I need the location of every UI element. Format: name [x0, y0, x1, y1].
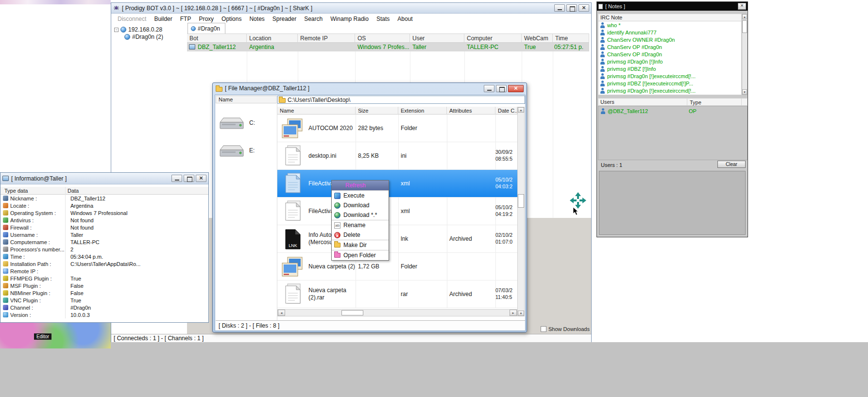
irc-note-item[interactable]: privmsg #Drag0n [!]executeirccmd[!...: [598, 87, 741, 94]
minimize-button[interactable]: [171, 175, 182, 182]
menu-search[interactable]: Search: [300, 15, 326, 23]
minimize-button[interactable]: [484, 85, 494, 92]
scrollbar-thumb[interactable]: [341, 310, 363, 315]
info-row[interactable]: NBMiner Plugin :False: [0, 289, 208, 297]
file-row-selected[interactable]: FileActiva... xml 05/10/2 04:03:2: [277, 170, 517, 198]
info-row[interactable]: Locate :Argentina: [0, 202, 208, 209]
fm-titlebar[interactable]: [ File Manager@DBZ_Taller112 ]: [216, 85, 309, 92]
drive-c[interactable]: C:: [217, 110, 275, 136]
info-row[interactable]: MSF Plugin :False: [0, 282, 208, 289]
info-row[interactable]: Installation Path :C:\Users\Taller\AppDa…: [0, 260, 208, 267]
info-row[interactable]: Computername :TALLER-PC: [0, 238, 208, 246]
menu-item-rename[interactable]: Rename: [332, 220, 389, 230]
scroll-left-button[interactable]: [278, 310, 285, 316]
scroll-up-button[interactable]: [518, 107, 524, 113]
drives-header[interactable]: Name: [216, 96, 277, 103]
maximize-button[interactable]: [496, 85, 507, 92]
user-row[interactable]: @DBZ_Taller112 OP: [598, 107, 747, 115]
scrollbar-thumb[interactable]: [742, 20, 747, 33]
file-row[interactable]: AUTOCOM 2020 282 bytes Folder: [277, 115, 517, 142]
notes-scrollbar[interactable]: [742, 14, 748, 95]
menu-disconnect[interactable]: Disconnect: [114, 15, 150, 23]
irc-note-item[interactable]: who *: [598, 21, 741, 29]
checkbox-box[interactable]: [541, 326, 546, 332]
info-row[interactable]: Version :10.0.0.3: [0, 311, 208, 318]
info-row[interactable]: Antivirus :Not found: [0, 216, 208, 224]
column-header-location[interactable]: Location: [247, 34, 298, 43]
column-header-name[interactable]: Name: [277, 107, 356, 115]
info-row[interactable]: Operating System :Windows 7 Professional: [0, 209, 208, 216]
vertical-scrollbar[interactable]: [517, 107, 525, 316]
column-header-extension[interactable]: Extension: [398, 107, 447, 115]
menu-options[interactable]: Options: [218, 15, 245, 23]
bot-row[interactable]: DBZ_Taller112 Argentina Windows 7 Profes…: [187, 43, 589, 51]
menu-item-download[interactable]: Download: [332, 200, 389, 210]
info-row[interactable]: VNC Plugin :True: [0, 297, 208, 304]
menu-stats[interactable]: Stats: [373, 15, 393, 23]
collapse-expander-icon[interactable]: [114, 28, 119, 32]
scroll-down-button[interactable]: [518, 311, 524, 316]
file-row[interactable]: Nueva carpeta (2).rar rar Archived 07/03…: [277, 281, 517, 308]
info-row[interactable]: Time :05:34:04 p.m.: [0, 253, 208, 260]
notes-titlebar[interactable]: [ Notes ]: [597, 2, 748, 11]
close-button[interactable]: [196, 175, 206, 182]
close-button[interactable]: [508, 85, 524, 92]
irc-note-item[interactable]: privmsg #Drag0n [!]executeirccmd[!...: [598, 72, 741, 80]
scroll-down-button[interactable]: [742, 89, 747, 95]
info-row[interactable]: FFMPEG Plugin :True: [0, 275, 208, 282]
menu-proxy[interactable]: Proxy: [195, 15, 218, 23]
column-header-time[interactable]: Time: [553, 34, 589, 43]
minimize-button[interactable]: [554, 4, 565, 12]
menu-spreader[interactable]: Spreader: [269, 15, 300, 23]
menu-item-make-dir[interactable]: Make Dir: [332, 240, 389, 250]
menu-item-open-folder[interactable]: Open Folder: [332, 250, 389, 260]
column-header-user[interactable]: User: [410, 34, 464, 43]
column-header-bot[interactable]: Bot: [187, 34, 247, 43]
column-header-computer[interactable]: Computer: [464, 34, 522, 43]
menu-item-delete[interactable]: Delete: [332, 230, 389, 240]
scrollbar-thumb[interactable]: [518, 194, 524, 208]
file-row[interactable]: FileActiva... xml 05/10/2 04:19:2: [277, 198, 517, 225]
irc-note-item[interactable]: privmsg #DBZ [!]executeirccmd[!]P...: [598, 80, 741, 87]
users-header[interactable]: Users Type: [598, 98, 748, 106]
clear-button[interactable]: Clear: [717, 161, 746, 168]
info-table-header[interactable]: Type data Data: [0, 187, 208, 195]
info-titlebar[interactable]: [ Information@Taller ]: [0, 173, 208, 184]
column-header-webcam[interactable]: WebCam: [522, 34, 553, 43]
info-row[interactable]: Remote IP :: [0, 267, 208, 275]
info-row[interactable]: Firewall :Not found: [0, 224, 208, 231]
main-titlebar[interactable]: [ Prodigy BOT v3.0 ] ~ [ 192.168.0.28 ] …: [111, 3, 591, 14]
file-row[interactable]: LNK Info Auto (Mercosu... lnk Archived 0…: [277, 225, 517, 253]
tree-item-server[interactable]: 192.168.0.28: [114, 26, 162, 33]
irc-note-item[interactable]: ChanServ OP #Drag0n: [598, 43, 741, 50]
info-row[interactable]: Processors's number...2: [0, 246, 208, 253]
irc-note-item[interactable]: privmsg #DBZ [!]Info: [598, 65, 741, 72]
irc-note-header[interactable]: IRC Note: [598, 14, 742, 21]
scroll-right-button[interactable]: [510, 310, 517, 316]
close-button[interactable]: [738, 3, 746, 10]
horizontal-scrollbar[interactable]: [277, 309, 517, 316]
irc-note-item[interactable]: privmsg #Drag0n [!]Info: [598, 58, 741, 65]
menu-builder[interactable]: Builder: [150, 15, 176, 23]
tab-drag0n[interactable]: #Drag0n: [187, 23, 225, 33]
info-row[interactable]: Nickname :DBZ_Taller112: [0, 195, 208, 202]
menu-item-download-all[interactable]: Download *.*: [332, 210, 389, 220]
irc-note-item[interactable]: ChanServ OP #Drag0n: [598, 50, 741, 58]
irc-note-item[interactable]: identify Annunaki777: [598, 29, 741, 36]
column-header-size[interactable]: Size: [356, 107, 398, 115]
tree-item-channel[interactable]: #Drag0n (2): [124, 33, 163, 40]
info-row[interactable]: Username :Taller: [0, 231, 208, 238]
path-bar[interactable]: C:\Users\Taller\Desktop\: [277, 96, 525, 104]
maximize-button[interactable]: [566, 4, 577, 12]
scroll-up-button[interactable]: [742, 14, 747, 19]
show-downloads-checkbox[interactable]: Show Downloads: [541, 326, 590, 332]
irc-note-item[interactable]: ChanServ OWNER #Drag0n: [598, 36, 741, 43]
column-header-date[interactable]: Date C...: [495, 107, 517, 115]
column-header-os[interactable]: OS: [355, 34, 410, 43]
info-row[interactable]: Channel :#Drag0n: [0, 304, 208, 311]
menu-item-refresh[interactable]: Refresh: [332, 181, 389, 190]
column-header-remote-ip[interactable]: Remote IP: [298, 34, 355, 43]
drive-e[interactable]: E:: [217, 137, 275, 164]
file-row[interactable]: Nueva carpeta (2) 1,72 GB Folder: [277, 253, 517, 281]
menu-about[interactable]: About: [393, 15, 416, 23]
